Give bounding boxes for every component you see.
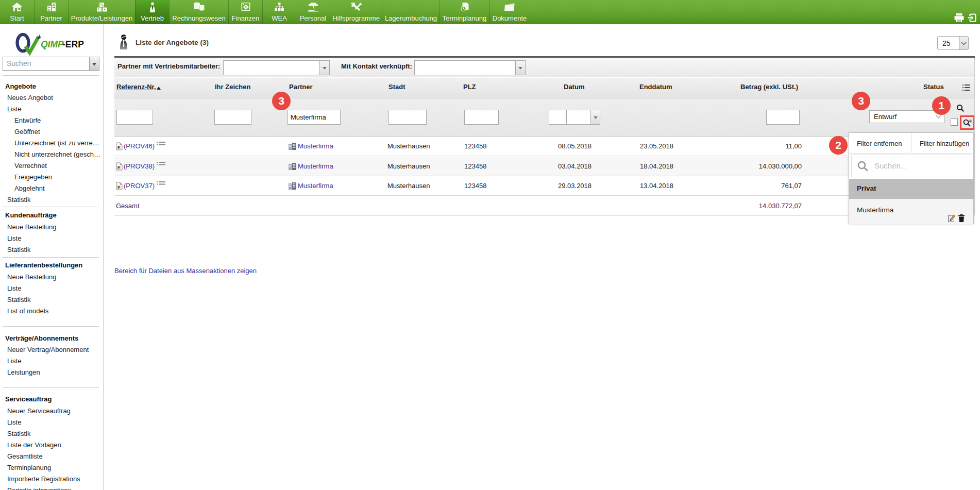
svg-text:P: P: [117, 146, 120, 149]
svg-text:-ERP: -ERP: [62, 39, 84, 49]
svg-text:P: P: [117, 185, 120, 189]
svg-text:QIMP: QIMP: [41, 39, 64, 49]
svg-text:P: P: [117, 166, 120, 170]
